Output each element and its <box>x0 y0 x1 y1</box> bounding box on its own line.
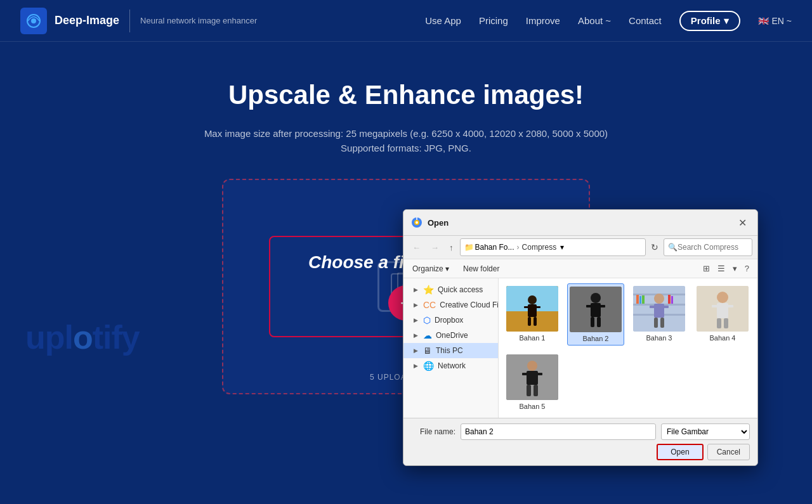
file-thumb-bahan2 <box>570 287 622 332</box>
svg-rect-57 <box>534 385 538 396</box>
svg-rect-14 <box>524 306 529 308</box>
svg-rect-21 <box>591 303 601 317</box>
open-button[interactable]: Open <box>657 444 703 460</box>
search-input[interactable] <box>678 243 758 252</box>
nav-profile-label: Profile <box>691 15 721 26</box>
up-folder-button[interactable]: ↑ <box>445 240 457 255</box>
svg-point-44 <box>717 292 728 303</box>
expand-arrow-icon2: ▶ <box>414 302 418 308</box>
file-item-bahan2[interactable]: Bahan 2 <box>567 283 624 346</box>
deep-image-logo-icon <box>20 8 47 34</box>
file-name-bahan2: Bahan 2 <box>583 335 609 342</box>
file-item-bahan4[interactable]: Bahan 4 <box>694 283 751 346</box>
svg-point-52 <box>527 361 537 371</box>
organize-button[interactable]: Organize ▾ <box>409 262 453 275</box>
nav-lang-label: EN ~ <box>771 16 792 26</box>
svg-rect-34 <box>668 295 671 304</box>
svg-point-36 <box>654 294 664 304</box>
back-button[interactable]: ← <box>409 240 424 255</box>
svg-rect-46 <box>712 305 718 307</box>
svg-rect-33 <box>642 295 645 304</box>
svg-rect-47 <box>727 305 733 307</box>
dialog-toolbar: ← → ↑ 📁 Bahan Fo... › Compress ▾ ↻ 🔍 <box>403 236 757 259</box>
sidebar-item-quick-access[interactable]: ▶ ⭐ Quick access <box>403 282 498 297</box>
thumb-bahan4-svg <box>697 286 749 332</box>
nav-use-app[interactable]: Use App <box>425 15 461 26</box>
breadcrumb-dropdown-icon[interactable]: ▾ <box>560 243 564 252</box>
breadcrumb-separator: › <box>517 243 520 252</box>
svg-rect-16 <box>528 317 531 326</box>
search-icon: 🔍 <box>668 243 678 252</box>
nav-brand[interactable]: Deep-Image <box>20 8 119 34</box>
svg-rect-31 <box>636 295 639 304</box>
sidebar-label-this-pc: This PC <box>436 346 463 355</box>
creative-cloud-icon: CC <box>423 300 436 310</box>
view-buttons: ⊞ ☰ ▾ ? <box>700 262 752 275</box>
watermark: uplotify <box>25 318 140 356</box>
sidebar-item-network[interactable]: ▶ 🌐 Network <box>403 358 498 373</box>
this-pc-icon: 🖥 <box>423 346 432 356</box>
refresh-button[interactable]: ↻ <box>648 241 661 254</box>
svg-point-2 <box>31 18 36 23</box>
quick-access-icon: ⭐ <box>423 285 434 295</box>
flag-icon: 🇬🇧 <box>758 16 769 26</box>
nav-links: Use App Pricing Improve About ~ Contact … <box>425 11 792 31</box>
view-options-button[interactable]: ▾ <box>730 262 740 275</box>
file-name-bahan1: Bahan 1 <box>520 334 546 342</box>
dialog-files-area: Bahan 1 <box>499 278 757 418</box>
view-details-button[interactable]: ☰ <box>714 262 728 275</box>
dialog-close-button[interactable]: ✕ <box>735 215 750 230</box>
view-grid-button[interactable]: ⊞ <box>700 262 713 275</box>
svg-point-12 <box>528 295 537 304</box>
page-subtitle2: Supported formats: JPG, PNG. <box>341 143 471 153</box>
file-name-bahan5: Bahan 5 <box>520 403 546 410</box>
file-item-bahan5[interactable]: Bahan 5 <box>504 352 561 413</box>
file-item-bahan1[interactable]: Bahan 1 <box>504 283 561 346</box>
dialog-sidebar: ▶ ⭐ Quick access ▶ CC Creative Cloud Fil… <box>403 278 499 418</box>
svg-rect-39 <box>663 306 669 308</box>
filename-input[interactable] <box>461 423 656 440</box>
address-bar[interactable]: 📁 Bahan Fo... › Compress ▾ <box>460 238 646 256</box>
svg-rect-23 <box>599 305 605 307</box>
dialog-bottombar: File name: File Gambar All Files Open Ca… <box>403 418 757 465</box>
forward-button[interactable]: → <box>427 240 443 255</box>
sidebar-item-this-pc[interactable]: ▶ 🖥 This PC <box>403 343 498 358</box>
sidebar-item-creative-cloud[interactable]: ▶ CC Creative Cloud Files <box>403 297 498 313</box>
nav-improve[interactable]: Improve <box>526 15 560 26</box>
svg-rect-40 <box>654 318 658 328</box>
file-thumb-bahan4 <box>697 286 749 332</box>
thumb-bahan1-svg <box>506 286 558 332</box>
svg-rect-49 <box>724 318 728 328</box>
page-subtitle1: Max image size after processing: 25 mega… <box>204 128 608 139</box>
cancel-button[interactable]: Cancel <box>707 444 750 460</box>
dialog-title: Open <box>428 218 735 228</box>
main-content: Upscale & Enhance images! Max image size… <box>0 42 812 394</box>
file-thumb-bahan5 <box>506 354 558 400</box>
nav-about[interactable]: About ~ <box>578 15 611 26</box>
sidebar-item-onedrive[interactable]: ▶ ☁ OneDrive <box>403 328 498 343</box>
dialog-chrome-icon <box>411 217 422 228</box>
nav-lang[interactable]: 🇬🇧 EN ~ <box>758 16 792 26</box>
network-icon: 🌐 <box>423 361 434 371</box>
dialog-body: ▶ ⭐ Quick access ▶ CC Creative Cloud Fil… <box>403 278 757 418</box>
svg-rect-45 <box>717 303 728 318</box>
filename-row: File name: File Gambar All Files <box>411 423 750 440</box>
svg-rect-32 <box>639 296 641 304</box>
search-bar[interactable]: 🔍 <box>664 238 752 256</box>
file-thumb-bahan1 <box>506 286 558 332</box>
nav-pricing[interactable]: Pricing <box>479 15 508 26</box>
filetype-select[interactable]: File Gambar All Files <box>661 423 750 440</box>
svg-rect-53 <box>527 371 538 385</box>
file-dialog[interactable]: Open ✕ ← → ↑ 📁 Bahan Fo... › Compress ▾ … <box>403 209 758 466</box>
nav-profile-button[interactable]: Profile ▾ <box>679 11 741 31</box>
sidebar-label-onedrive: OneDrive <box>436 331 468 340</box>
onedrive-icon: ☁ <box>423 330 432 340</box>
file-item-bahan3[interactable]: Bahan 3 <box>631 283 688 346</box>
sidebar-item-dropbox[interactable]: ▶ ⬡ Dropbox <box>403 313 498 328</box>
dialog-actionbar: Organize ▾ New folder ⊞ ☰ ▾ ? <box>403 259 757 278</box>
new-folder-button[interactable]: New folder <box>458 262 504 275</box>
svg-point-20 <box>591 293 601 303</box>
nav-contact[interactable]: Contact <box>629 15 662 26</box>
help-button[interactable]: ? <box>742 262 752 275</box>
expand-arrow-icon6: ▶ <box>414 363 418 369</box>
